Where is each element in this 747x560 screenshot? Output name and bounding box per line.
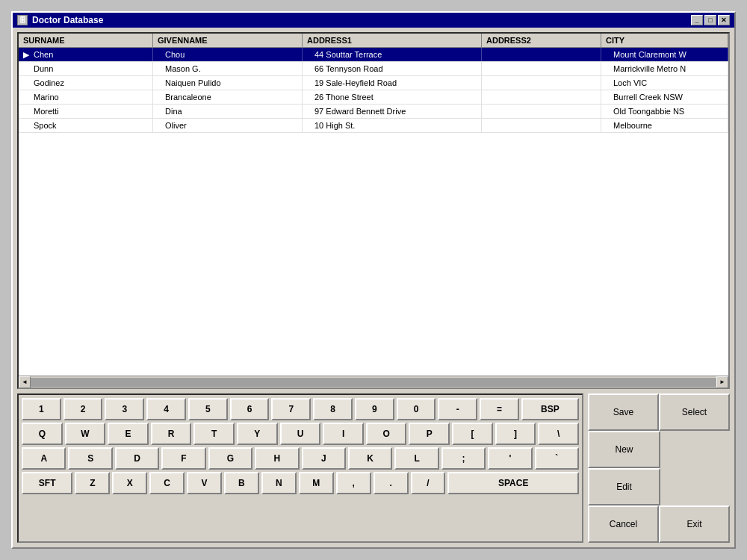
key-/[interactable]: / (411, 472, 446, 494)
key-g[interactable]: G (208, 447, 252, 470)
table-cell: 97 Edward Bennett Drive (303, 105, 482, 118)
key-sft[interactable]: SFT (22, 472, 72, 494)
key-r[interactable]: R (151, 423, 192, 445)
key-v[interactable]: V (187, 472, 222, 494)
key-t[interactable]: T (193, 423, 235, 445)
table-cell (482, 62, 601, 75)
key-6[interactable]: 6 (230, 398, 270, 420)
key-a[interactable]: A (22, 447, 66, 470)
key-c[interactable]: C (149, 472, 185, 494)
close-button[interactable]: ✕ (718, 15, 730, 25)
btn-row-2: New (588, 431, 730, 468)
key-o[interactable]: O (366, 423, 407, 445)
scroll-left-button[interactable]: ◄ (19, 376, 31, 388)
table-cell: 44 Souttar Terrace (303, 48, 482, 61)
key-,[interactable]: , (336, 472, 371, 494)
key-7[interactable]: 7 (271, 398, 311, 420)
col-givenname: GIVENNAME (153, 34, 303, 47)
key-9[interactable]: 9 (355, 398, 394, 420)
key-5[interactable]: 5 (188, 398, 228, 420)
key-=[interactable]: = (480, 398, 519, 420)
key-q[interactable]: Q (22, 423, 63, 445)
key-\[interactable]: \ (538, 423, 579, 445)
table-body: ▶ChenChou44 Souttar TerraceMount Claremo… (19, 48, 728, 376)
key-[[interactable]: [ (452, 423, 493, 445)
btn-row-3: Edit (588, 468, 730, 505)
key-j[interactable]: J (302, 447, 346, 470)
key-n[interactable]: N (261, 472, 297, 494)
scroll-track (31, 378, 716, 387)
table-cell: Spock (19, 119, 153, 132)
key-l[interactable]: L (394, 447, 438, 470)
key-1[interactable]: 1 (22, 398, 61, 420)
key-h[interactable]: H (255, 447, 299, 470)
table-cell (482, 90, 601, 104)
exit-button[interactable]: Exit (659, 505, 730, 543)
key-z[interactable]: Z (75, 472, 110, 494)
key-i[interactable]: I (323, 423, 364, 445)
table-cell (482, 76, 601, 90)
key-row-1: QWERTYUIOP[]\ (22, 423, 579, 445)
edit-button[interactable]: Edit (588, 468, 660, 505)
save-button[interactable]: Save (588, 393, 659, 431)
title-bar-left: 🗄 Doctor Database (17, 15, 103, 25)
key-8[interactable]: 8 (313, 398, 353, 420)
table-row[interactable]: DunnMason G.66 Tennyson RoadMarrickville… (19, 62, 728, 76)
table-cell (482, 48, 601, 61)
key-.[interactable]: . (374, 472, 409, 494)
select-button[interactable]: Select (659, 393, 730, 431)
key-k[interactable]: K (348, 447, 392, 470)
title-bar-buttons: _ □ ✕ (691, 15, 730, 25)
key-`[interactable]: ` (535, 447, 579, 470)
key--[interactable]: - (438, 398, 477, 420)
key-][interactable]: ] (495, 423, 536, 445)
key-0[interactable]: 0 (397, 398, 436, 420)
key-row-3: SFTZXCVBNM,./SPACE (22, 472, 579, 494)
key-'[interactable]: ' (488, 447, 532, 470)
main-window: 🗄 Doctor Database _ □ ✕ SURNAME GIVENNAM… (11, 11, 736, 549)
window-title: Doctor Database (32, 15, 103, 25)
key-e[interactable]: E (108, 423, 149, 445)
table-cell: 66 Tennyson Road (303, 62, 482, 75)
new-button[interactable]: New (588, 431, 660, 468)
main-content: SURNAME GIVENNAME ADDRESS1 ADDRESS2 CITY… (13, 28, 734, 547)
key-m[interactable]: M (299, 472, 334, 494)
key-s[interactable]: S (68, 447, 112, 470)
col-surname: SURNAME (19, 34, 153, 47)
table-row[interactable]: SpockOliver10 High St.Melbourne (19, 119, 728, 133)
key-x[interactable]: X (112, 472, 147, 494)
cancel-button[interactable]: Cancel (588, 505, 659, 543)
key-3[interactable]: 3 (105, 398, 144, 420)
minimize-button[interactable]: _ (691, 15, 703, 25)
key-d[interactable]: D (115, 447, 159, 470)
table-cell: Dunn (19, 62, 153, 75)
key-p[interactable]: P (409, 423, 450, 445)
key-2[interactable]: 2 (63, 398, 103, 420)
key-f[interactable]: F (161, 447, 205, 470)
key-;[interactable]: ; (441, 447, 486, 470)
data-table: SURNAME GIVENNAME ADDRESS1 ADDRESS2 CITY… (17, 32, 730, 389)
table-cell: Mason G. (153, 62, 303, 75)
table-row[interactable]: ▶ChenChou44 Souttar TerraceMount Claremo… (19, 48, 728, 62)
key-b[interactable]: B (224, 472, 259, 494)
key-4[interactable]: 4 (146, 398, 186, 420)
table-cell: Old Toongabbie NS (601, 105, 728, 118)
table-cell: Moretti (19, 105, 153, 118)
maximize-button[interactable]: □ (704, 15, 716, 25)
key-space[interactable]: SPACE (447, 472, 579, 494)
key-y[interactable]: Y (237, 423, 278, 445)
table-row[interactable]: MorettiDina97 Edward Bennett DriveOld To… (19, 105, 728, 119)
table-row[interactable]: MarinoBrancaleone26 Thone StreetBurrell … (19, 90, 728, 105)
keyboard: 1234567890-=BSPQWERTYUIOP[]\ASDFGHJKL;'`… (17, 393, 583, 543)
key-w[interactable]: W (65, 423, 106, 445)
table-cell: Godinez (19, 76, 153, 90)
table-cell (482, 119, 601, 132)
key-row-2: ASDFGHJKL;'` (22, 447, 579, 470)
horizontal-scrollbar[interactable]: ◄ ► (19, 376, 728, 388)
table-row[interactable]: GodinezNaiquen Pulido19 Sale-Heyfield Ro… (19, 76, 728, 90)
table-cell: Burrell Creek NSW (601, 90, 728, 104)
scroll-right-button[interactable]: ► (716, 376, 728, 388)
key-bsp[interactable]: BSP (521, 398, 579, 420)
key-u[interactable]: U (280, 423, 321, 445)
table-cell: Chou (153, 48, 303, 61)
